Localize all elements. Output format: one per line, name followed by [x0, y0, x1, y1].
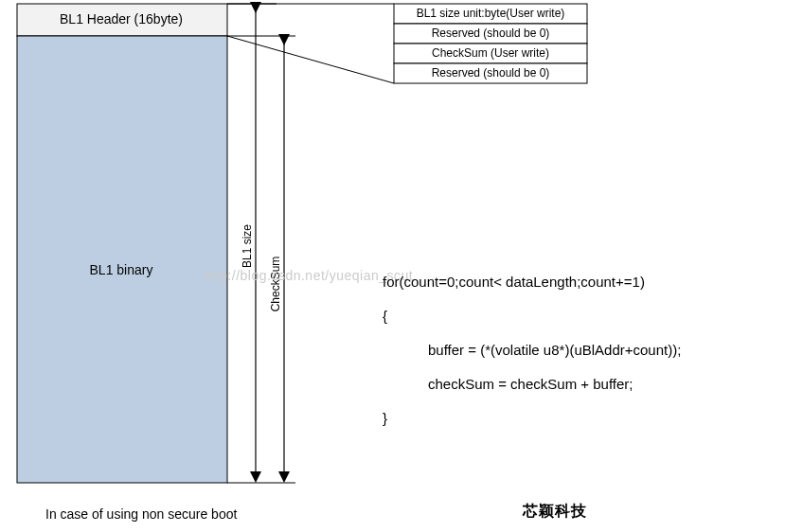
- detail-connector: [227, 4, 394, 83]
- table-row: BL1 size unit:byte(User write): [417, 7, 565, 20]
- code-line: {: [383, 308, 387, 324]
- code-line: for(count=0;count< dataLength;count+=1): [383, 274, 645, 290]
- bl1-size-label: BL1 size: [241, 224, 254, 268]
- code-line: }: [383, 410, 387, 426]
- header-detail-table: BL1 size unit:byte(User write) Reserved …: [394, 4, 587, 83]
- caption: In case of using non secure boot: [45, 506, 237, 522]
- table-row: Reserved (should be 0): [432, 66, 550, 80]
- code-line: checkSum = checkSum + buffer;: [383, 367, 681, 401]
- brand-label: 芯颖科技: [523, 502, 587, 522]
- checksum-code: for(count=0;count< dataLength;count+=1) …: [383, 265, 681, 435]
- checksum-arrow: CheckSum: [227, 36, 295, 477]
- bl1-header-label: BL1 Header (16byte): [60, 11, 183, 27]
- svg-line-5: [227, 36, 394, 83]
- bl1-binary-label: BL1 binary: [90, 262, 153, 277]
- table-row: Reserved (should be 0): [432, 27, 550, 40]
- table-row: CheckSum (User write): [432, 46, 549, 60]
- code-line: buffer = (*(volatile u8*)(uBlAddr+count)…: [383, 333, 681, 367]
- memory-block: BL1 Header (16byte) BL1 binary: [17, 4, 227, 483]
- bl1-size-arrow: BL1 size: [227, 4, 277, 477]
- checksum-label: CheckSum: [269, 257, 282, 312]
- bl1-binary-rect: [17, 36, 227, 483]
